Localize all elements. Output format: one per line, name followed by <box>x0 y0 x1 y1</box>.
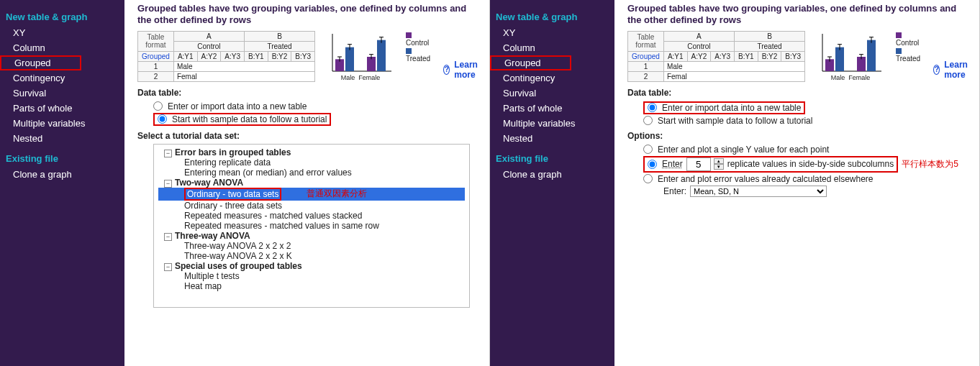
svg-rect-25 <box>867 40 876 70</box>
sidebar-item-clone[interactable]: Clone a graph <box>490 167 614 182</box>
select-tutorial-label: Select a tutorial data set: <box>137 131 482 141</box>
tree-item[interactable]: Repeated measures - matched values stack… <box>158 211 465 221</box>
sidebar-item-grouped[interactable]: Grouped <box>0 55 81 70</box>
sidebar-item-nested[interactable]: Nested <box>0 131 124 146</box>
help-icon: ? <box>443 65 450 75</box>
sidebar-item-clone[interactable]: Clone a graph <box>0 167 124 182</box>
help-icon: ? <box>933 65 940 75</box>
sidebar-item-contingency[interactable]: Contingency <box>490 70 614 86</box>
sidebar-item-xy[interactable]: XY <box>0 25 124 40</box>
svg-rect-19 <box>835 47 844 70</box>
radio-single-y[interactable]: Enter and plot a single Y value for each… <box>627 144 972 155</box>
sidebar-item-multvars[interactable]: Multiple variables <box>0 116 124 131</box>
data-table-label: Data table: <box>627 88 972 98</box>
tree-item[interactable]: Heat map <box>158 281 465 291</box>
sidebar-item-survival[interactable]: Survival <box>0 86 124 101</box>
radio-new-table[interactable]: Enter or import data into a new table <box>137 101 482 112</box>
main-right: Grouped tables have two grouping variabl… <box>614 0 979 366</box>
spinner-icon[interactable]: ▲▼ <box>714 158 724 170</box>
sidebar-item-grouped[interactable]: Grouped <box>490 55 571 70</box>
tree-item[interactable]: Multiple t tests <box>158 271 465 281</box>
chart-xaxis: Male Female <box>818 74 883 81</box>
page-title: Grouped tables have two grouping variabl… <box>137 3 482 27</box>
sidebar-item-column[interactable]: Column <box>0 40 124 55</box>
learn-more-link[interactable]: ? Learn more <box>933 31 972 80</box>
error-type-select[interactable]: Mean, SD, N <box>690 186 827 197</box>
tutorial-tree[interactable]: −Error bars in grouped tables Entering r… <box>153 144 470 308</box>
tree-item[interactable]: Repeated measures - matched values in sa… <box>158 221 465 231</box>
main-left: Grouped tables have two grouping variabl… <box>124 0 489 366</box>
sidebar-heading-existing: Existing file <box>0 146 124 167</box>
sidebar-heading-new: New table & graph <box>0 4 124 25</box>
radio-sample-data[interactable]: Start with sample data to follow a tutor… <box>627 115 972 127</box>
enter-select-row: Enter: Mean, SD, N <box>627 185 972 198</box>
preview-table: Table formatAB ControlTreated GroupedA:Y… <box>137 31 315 82</box>
page-title: Grouped tables have two grouping variabl… <box>627 3 972 27</box>
radio-replicates[interactable]: Enter ▲▼ replicate values in side-by-sid… <box>627 155 972 173</box>
tree-collapse-icon[interactable]: − <box>164 150 172 157</box>
sidebar-item-parts[interactable]: Parts of whole <box>0 101 124 116</box>
preview-chart: Male Female <box>328 31 393 81</box>
chart-legend: Control Treated <box>406 31 430 63</box>
preview-table: Table formatAB ControlTreated GroupedA:Y… <box>627 31 805 82</box>
replicates-input[interactable] <box>686 157 711 171</box>
tree-item[interactable]: Three-way ANOVA 2 x 2 x K <box>158 251 465 261</box>
sidebar-heading-new: New table & graph <box>490 4 614 25</box>
tree-collapse-icon[interactable]: − <box>164 180 172 188</box>
sidebar-item-survival[interactable]: Survival <box>490 86 614 101</box>
tree-item[interactable]: Entering mean (or median) and error valu… <box>158 168 465 178</box>
radio-sample-data[interactable]: Start with sample data to follow a tutor… <box>137 112 482 127</box>
chart-legend: Control Treated <box>896 31 920 63</box>
data-table-label: Data table: <box>137 88 482 98</box>
annotation-text: 平行样本数为5 <box>902 158 958 170</box>
sidebar-left: New table & graph XY Column Grouped Cont… <box>0 0 124 366</box>
tree-item-selected[interactable]: Ordinary - two data sets普通双因素分析 <box>158 188 465 201</box>
svg-rect-11 <box>377 40 386 70</box>
sidebar-item-multvars[interactable]: Multiple variables <box>490 116 614 131</box>
tree-item[interactable]: Three-way ANOVA 2 x 2 x 2 <box>158 241 465 251</box>
sidebar-right: New table & graph XY Column Grouped Cont… <box>490 0 614 366</box>
annotation-text: 普通双因素分析 <box>307 188 367 200</box>
tree-item[interactable]: Entering replicate data <box>158 157 465 168</box>
preview-chart: Male Female <box>818 31 883 81</box>
tree-collapse-icon[interactable]: − <box>164 263 172 271</box>
radio-error-values[interactable]: Enter and plot error values already calc… <box>627 173 972 185</box>
sidebar-item-parts[interactable]: Parts of whole <box>490 101 614 116</box>
tree-collapse-icon[interactable]: − <box>164 233 172 241</box>
sidebar-heading-existing: Existing file <box>490 146 614 167</box>
sidebar-item-nested[interactable]: Nested <box>490 131 614 146</box>
chart-xaxis: Male Female <box>328 74 393 81</box>
learn-more-link[interactable]: ? Learn more <box>443 31 482 80</box>
svg-rect-5 <box>345 47 354 70</box>
options-label: Options: <box>627 131 972 141</box>
radio-new-table[interactable]: Enter or import data into a new table <box>627 101 972 115</box>
sidebar-item-contingency[interactable]: Contingency <box>0 70 124 86</box>
sidebar-item-column[interactable]: Column <box>490 40 614 55</box>
tree-item[interactable]: Ordinary - three data sets <box>158 201 465 211</box>
sidebar-item-xy[interactable]: XY <box>490 25 614 40</box>
